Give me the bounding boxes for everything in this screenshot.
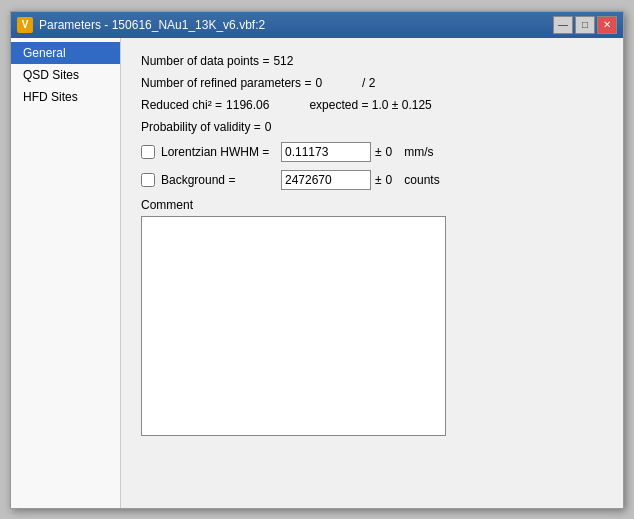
background-plusminus: ± <box>375 173 382 187</box>
title-buttons: — □ ✕ <box>553 16 617 34</box>
sidebar-item-hfd-sites[interactable]: HFD Sites <box>11 86 120 108</box>
window-title: Parameters - 150616_NAu1_13K_v6.vbf:2 <box>39 18 265 32</box>
lorentzian-hwhm-input[interactable] <box>281 142 371 162</box>
data-points-label: Number of data points = <box>141 54 269 68</box>
comment-label: Comment <box>141 198 603 212</box>
refined-params-label: Number of refined parameters = <box>141 76 311 90</box>
background-row: Background = ± 0 counts <box>141 170 603 190</box>
title-bar-left: V Parameters - 150616_NAu1_13K_v6.vbf:2 <box>17 17 265 33</box>
maximize-button[interactable]: □ <box>575 16 595 34</box>
main-window: V Parameters - 150616_NAu1_13K_v6.vbf:2 … <box>10 11 624 509</box>
chi-row: Reduced chi² = 1196.06 expected = 1.0 ± … <box>141 98 603 112</box>
window-content: General QSD Sites HFD Sites Number of da… <box>11 38 623 508</box>
background-input[interactable] <box>281 170 371 190</box>
expected-label: expected = 1.0 ± 0.125 <box>309 98 431 112</box>
sidebar-item-general[interactable]: General <box>11 42 120 64</box>
sidebar-item-qsd-sites[interactable]: QSD Sites <box>11 64 120 86</box>
lorentzian-hwhm-plusminus: ± <box>375 145 382 159</box>
background-label: Background = <box>161 173 281 187</box>
sidebar: General QSD Sites HFD Sites <box>11 38 121 508</box>
lorentzian-hwhm-error: 0 <box>386 145 393 159</box>
refined-params-value: 0 <box>315 76 322 90</box>
background-error: 0 <box>386 173 393 187</box>
close-button[interactable]: ✕ <box>597 16 617 34</box>
background-unit: counts <box>404 173 439 187</box>
comment-area <box>141 216 603 439</box>
background-checkbox[interactable] <box>141 173 155 187</box>
chi-value: 1196.06 <box>226 98 269 112</box>
validity-row: Probability of validity = 0 <box>141 120 603 134</box>
lorentzian-hwhm-label: Lorentzian HWHM = <box>161 145 281 159</box>
chi-label: Reduced chi² = <box>141 98 222 112</box>
validity-value: 0 <box>265 120 272 134</box>
main-panel: Number of data points = 512 Number of re… <box>121 38 623 508</box>
refined-params-separator: / 2 <box>362 76 375 90</box>
lorentzian-hwhm-unit: mm/s <box>404 145 433 159</box>
lorentzian-hwhm-checkbox[interactable] <box>141 145 155 159</box>
refined-params-row: Number of refined parameters = 0 / 2 <box>141 76 603 90</box>
minimize-button[interactable]: — <box>553 16 573 34</box>
data-points-row: Number of data points = 512 <box>141 54 603 68</box>
comment-textarea[interactable] <box>141 216 446 436</box>
validity-label: Probability of validity = <box>141 120 261 134</box>
lorentzian-hwhm-row: Lorentzian HWHM = ± 0 mm/s <box>141 142 603 162</box>
app-icon: V <box>17 17 33 33</box>
data-points-value: 512 <box>273 54 293 68</box>
title-bar: V Parameters - 150616_NAu1_13K_v6.vbf:2 … <box>11 12 623 38</box>
